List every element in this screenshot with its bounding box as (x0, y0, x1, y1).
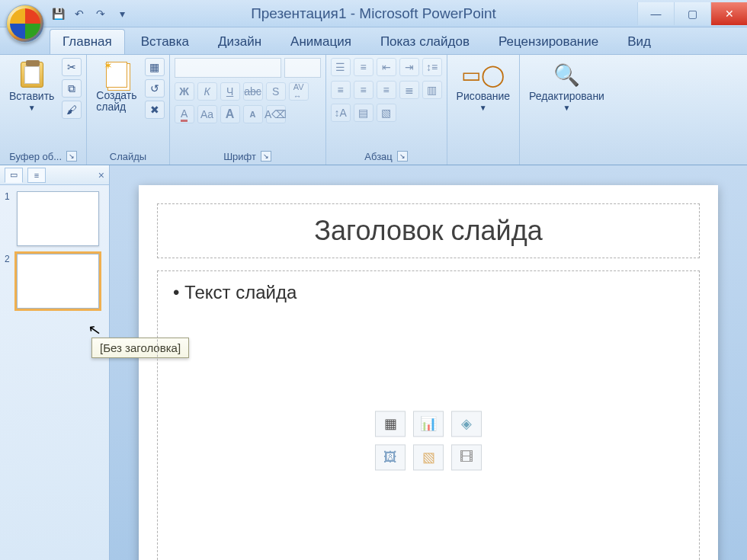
clipboard-dialog-launcher[interactable]: ↘ (66, 151, 77, 162)
paste-button[interactable]: Вставить ▼ (5, 58, 59, 115)
drawing-label: Рисование (457, 90, 511, 102)
group-paragraph-label: Абзац (364, 151, 392, 162)
quick-access-toolbar: 💾 ↶ ↷ ▾ (50, 5, 130, 22)
thumbnail-panel: ▭ ≡ × 1 2 ↖ [Без заголовка] (0, 165, 110, 560)
increase-indent-button[interactable]: ⇥ (399, 58, 419, 76)
insert-picture-icon[interactable]: 🖼 (375, 444, 406, 470)
line-spacing-button[interactable]: ↕≡ (422, 58, 442, 76)
tab-home[interactable]: Главная (50, 29, 125, 54)
title-placeholder[interactable]: Заголовок слайда (157, 203, 700, 258)
group-drawing: ▭◯ Рисование ▼ (447, 55, 521, 165)
group-editing: 🔍 Редактировани ▼ (520, 55, 614, 165)
content-type-icons: ▦ 📊 ◈ 🖼 ▧ 🎞 (375, 411, 482, 470)
chevron-down-icon: ▼ (479, 104, 487, 112)
justify-button[interactable]: ≣ (399, 81, 419, 99)
copy-button[interactable]: ⧉ (62, 79, 82, 98)
paragraph-dialog-launcher[interactable]: ↘ (397, 151, 408, 162)
columns-button[interactable]: ▥ (422, 81, 442, 99)
underline-button[interactable]: Ч (220, 82, 240, 101)
group-font-label: Шрифт (223, 151, 256, 162)
strikethrough-button[interactable]: abc (243, 82, 263, 101)
slides-tab-icon[interactable]: ▭ (5, 168, 23, 183)
new-slide-label: Создать слайд (96, 90, 136, 114)
grow-font-button[interactable]: A (220, 105, 240, 123)
clear-formatting-button[interactable]: A⌫ (266, 105, 286, 123)
group-slides-label: Слайды (110, 151, 146, 162)
thumb-preview (17, 191, 99, 246)
window-controls: — ▢ ✕ (637, 2, 747, 25)
align-right-button[interactable]: ≡ (377, 81, 396, 99)
tab-animation[interactable]: Анимация (277, 29, 364, 54)
reset-button[interactable]: ↺ (145, 79, 165, 98)
paste-label: Вставить (9, 90, 54, 102)
thumb-number: 2 (5, 254, 12, 264)
close-button[interactable]: ✕ (710, 2, 747, 25)
tab-design[interactable]: Дизайн (205, 29, 274, 54)
chevron-down-icon: ▼ (563, 104, 571, 112)
text-direction-button[interactable]: ↕A (331, 104, 351, 122)
slide-editor[interactable]: Заголовок слайда Текст слайда ▦ 📊 ◈ 🖼 ▧ … (110, 165, 747, 560)
slide-canvas[interactable]: Заголовок слайда Текст слайда ▦ 📊 ◈ 🖼 ▧ … (139, 185, 718, 560)
window-title: Презентация1 - Microsoft PowerPoint (251, 5, 496, 22)
cut-button[interactable]: ✂ (62, 58, 82, 76)
slide-thumbnail-2[interactable]: 2 (5, 254, 104, 309)
workarea: ▭ ≡ × 1 2 ↖ [Без заголовка] Заголовок сл… (0, 165, 747, 560)
numbering-button[interactable]: ≡ (354, 58, 374, 76)
convert-smartart-button[interactable]: ▧ (377, 104, 396, 122)
qat-more-icon[interactable]: ▾ (114, 5, 130, 22)
close-panel-icon[interactable]: × (98, 169, 104, 181)
undo-icon[interactable]: ↶ (71, 5, 88, 22)
save-icon[interactable]: 💾 (50, 5, 66, 22)
font-size-combo[interactable] (284, 58, 321, 78)
group-clipboard: Вставить ▼ ✂ ⧉ 🖌 Буфер об... ↘ (0, 55, 87, 165)
italic-button[interactable]: К (197, 82, 217, 101)
shrink-font-button[interactable]: A (243, 105, 263, 123)
redo-icon[interactable]: ↷ (92, 5, 109, 22)
editing-button[interactable]: 🔍 Редактировани ▼ (524, 58, 609, 115)
office-button[interactable] (6, 5, 44, 43)
format-painter-button[interactable]: 🖌 (62, 101, 82, 119)
bullets-button[interactable]: ☰ (331, 58, 351, 76)
insert-chart-icon[interactable]: 📊 (413, 411, 444, 437)
insert-smartart-icon[interactable]: ◈ (451, 411, 482, 437)
title-placeholder-text: Заголовок слайда (314, 215, 542, 246)
ribbon-tabstrip: Главная Вставка Дизайн Анимация Показ сл… (0, 27, 747, 55)
align-left-button[interactable]: ≡ (331, 81, 351, 99)
insert-media-icon[interactable]: 🎞 (451, 444, 482, 470)
align-text-button[interactable]: ▤ (354, 104, 374, 122)
bold-button[interactable]: Ж (175, 82, 194, 101)
new-slide-button[interactable]: Создать слайд (91, 58, 141, 117)
maximize-button[interactable]: ▢ (674, 2, 710, 25)
font-dialog-launcher[interactable]: ↘ (261, 151, 271, 162)
font-color-button[interactable]: A (175, 105, 194, 123)
insert-table-icon[interactable]: ▦ (375, 411, 406, 437)
insert-clipart-icon[interactable]: ▧ (413, 444, 444, 470)
ribbon: Вставить ▼ ✂ ⧉ 🖌 Буфер об... ↘ Создать с… (0, 55, 747, 165)
minimize-button[interactable]: — (637, 2, 674, 25)
group-font: Ж К Ч abc S AV↔ A Aa A A A⌫ Шрифт ↘ (170, 55, 326, 165)
char-spacing-button[interactable]: AV↔ (289, 82, 309, 101)
slide-thumbnail-1[interactable]: 1 (5, 191, 104, 246)
tab-slideshow[interactable]: Показ слайдов (367, 29, 483, 54)
align-center-button[interactable]: ≡ (354, 81, 374, 99)
chevron-down-icon: ▼ (28, 104, 36, 112)
shadow-button[interactable]: S (266, 82, 286, 101)
thumbnail-list: 1 2 ↖ [Без заголовка] (0, 185, 109, 315)
panel-tabs: ▭ ≡ × (0, 165, 109, 185)
tab-review[interactable]: Рецензирование (486, 29, 611, 54)
binoculars-icon: 🔍 (553, 61, 581, 88)
delete-slide-button[interactable]: ✖ (145, 101, 165, 119)
tab-view[interactable]: Вид (614, 29, 664, 54)
group-slides: Создать слайд ▦ ↺ ✖ Слайды (87, 55, 169, 165)
drawing-button[interactable]: ▭◯ Рисование ▼ (452, 58, 515, 115)
group-clipboard-label: Буфер об... (9, 151, 62, 162)
decrease-indent-button[interactable]: ⇤ (377, 58, 396, 76)
layout-button[interactable]: ▦ (145, 58, 165, 76)
font-family-combo[interactable] (175, 58, 281, 78)
body-placeholder-text: Текст слайда (173, 282, 684, 303)
thumb-number: 1 (5, 191, 12, 202)
outline-tab-icon[interactable]: ≡ (27, 168, 46, 183)
tab-insert[interactable]: Вставка (128, 29, 202, 54)
change-case-button[interactable]: Aa (197, 105, 217, 123)
content-placeholder[interactable]: Текст слайда ▦ 📊 ◈ 🖼 ▧ 🎞 (157, 270, 700, 560)
